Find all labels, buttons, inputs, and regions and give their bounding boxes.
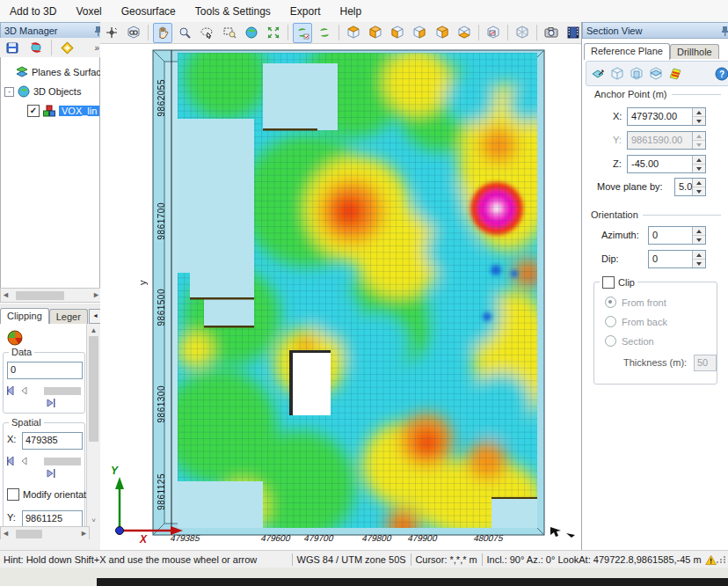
dip-field[interactable]: 0 xyxy=(648,250,706,268)
anchor-z-label: Z: xyxy=(613,158,622,169)
cube-bottom-icon xyxy=(368,26,382,40)
anchor-x-field[interactable]: 479730.00 xyxy=(627,107,706,126)
y-axis-tick: 9861300 xyxy=(157,385,166,422)
lasso-select-button[interactable] xyxy=(197,23,216,43)
view-bottom-button[interactable] xyxy=(366,23,385,43)
tab-clipping[interactable]: Clipping xyxy=(0,308,49,325)
plot-view-button[interactable] xyxy=(484,23,503,43)
menu-voxel[interactable]: Voxel xyxy=(66,1,111,22)
spinner[interactable] xyxy=(692,156,705,172)
status-hint: Hint: Hold down Shift+X and use the mous… xyxy=(0,554,288,565)
pick-button[interactable] xyxy=(102,23,121,43)
scroll-left-icon[interactable]: ◄ xyxy=(2,291,10,299)
cube-back-icon xyxy=(412,26,426,40)
refresh-scene-button[interactable] xyxy=(25,38,47,58)
tree-item-3d-objects[interactable]: - 3D Objects xyxy=(4,84,81,99)
zoom-button[interactable] xyxy=(175,23,194,43)
fit-to-view-button[interactable] xyxy=(264,23,283,43)
radio-icon[interactable] xyxy=(605,297,616,308)
status-camera: Incl.: 90° Az.: 0° LookAt: 479722.8,9861… xyxy=(486,554,701,565)
menu-help[interactable]: Help xyxy=(331,1,372,22)
viewport-3d[interactable]: 9862055 9861700 9861500 9861300 9861125 … xyxy=(100,44,581,550)
tree-hscrollbar[interactable]: ◄ ► xyxy=(0,288,102,303)
tab-reference-plane[interactable]: Reference Plane xyxy=(584,43,670,60)
clip-section-option[interactable]: Section xyxy=(605,335,654,347)
perspective-button[interactable] xyxy=(513,23,532,43)
menu-geosurface[interactable]: Geosurface xyxy=(112,1,186,22)
scroll-left-icon[interactable]: ◄ xyxy=(2,530,10,538)
view-front-button[interactable] xyxy=(388,23,407,43)
scrollbar-thumb[interactable] xyxy=(89,336,98,442)
edit-plane-icon[interactable] xyxy=(591,67,605,81)
spinner[interactable] xyxy=(692,108,705,125)
colored-section-icon[interactable] xyxy=(668,67,682,81)
scroll-right-icon[interactable]: ► xyxy=(92,291,100,299)
warning-icon[interactable] xyxy=(705,553,717,567)
slice-cube-icon[interactable] xyxy=(649,67,663,81)
plane-cube-icon[interactable] xyxy=(610,67,624,81)
clip-from-back-option[interactable]: From back xyxy=(605,316,667,327)
view-right-button[interactable] xyxy=(455,23,474,43)
refresh-view-button[interactable] xyxy=(315,23,334,43)
radio-icon[interactable] xyxy=(605,335,616,347)
scrollbar-thumb[interactable] xyxy=(16,530,42,538)
clip-from-front-option[interactable]: From front xyxy=(605,297,666,308)
anchor-z-field[interactable]: -45.00 xyxy=(627,155,706,173)
spatial-slider[interactable] xyxy=(5,455,83,480)
voxel-heatmap[interactable] xyxy=(178,53,537,528)
add-item-button[interactable] xyxy=(56,38,77,58)
collapse-icon[interactable]: - xyxy=(4,87,14,97)
snapshot-button[interactable] xyxy=(542,23,561,43)
world-extent-button[interactable] xyxy=(242,23,261,43)
auto-refresh-button[interactable] xyxy=(293,23,312,43)
radio-icon[interactable] xyxy=(605,316,616,327)
modify-orientation-row[interactable]: Modify orientat xyxy=(7,488,86,501)
scroll-up-icon[interactable]: ▲ xyxy=(87,324,100,334)
data-value-field[interactable]: 0 xyxy=(7,362,83,379)
scroll-down-icon[interactable]: ˅ xyxy=(87,516,100,524)
menu-add-to-3d[interactable]: Add to 3D xyxy=(0,1,66,22)
pin-icon[interactable] xyxy=(720,26,728,36)
triad-x-label: X xyxy=(140,533,147,546)
modify-orientation-checkbox[interactable] xyxy=(7,488,19,501)
spinner[interactable] xyxy=(692,179,705,195)
tab-drillhole[interactable]: Drillhole xyxy=(670,44,719,59)
clip-sphere-icon[interactable] xyxy=(6,329,24,347)
tree-item-planes-surfaces[interactable]: Planes & Surfac xyxy=(15,64,101,80)
anchor-y-label: Y: xyxy=(613,135,622,145)
toolbar-separator xyxy=(148,25,149,40)
left-panel-filler xyxy=(0,539,100,550)
clip-checkbox[interactable] xyxy=(602,276,615,289)
tab-legend[interactable]: Leger xyxy=(49,309,88,324)
view-back-button[interactable] xyxy=(410,23,429,43)
move-plane-field[interactable]: 5.0 xyxy=(674,178,706,196)
spatial-x-field[interactable]: 479385 xyxy=(22,432,83,450)
link-views-button[interactable] xyxy=(124,23,143,43)
anchor-y-field: 9861590.00 xyxy=(627,131,706,150)
tree-item-voxel[interactable]: ✓ VOX_lin xyxy=(27,103,99,119)
manager-panel-title: 3D Manager xyxy=(4,26,58,36)
menu-export[interactable]: Export xyxy=(280,1,331,22)
clipping-vscrollbar[interactable]: ▲ ˅ xyxy=(86,324,100,540)
voxel-visibility-checkbox[interactable]: ✓ xyxy=(27,105,40,117)
azimuth-field[interactable]: 0 xyxy=(648,226,706,245)
view-left-button[interactable] xyxy=(433,23,452,43)
zoom-window-button[interactable] xyxy=(220,23,239,43)
voxel-cubes-icon xyxy=(42,104,56,118)
scroll-right-icon[interactable]: ► xyxy=(80,530,88,538)
menu-tools-settings[interactable]: Tools & Settings xyxy=(186,1,280,22)
scrollbar-thumb[interactable] xyxy=(16,291,64,300)
spinner[interactable] xyxy=(692,227,705,244)
resize-grip[interactable] xyxy=(717,556,726,563)
plane-in-cube-icon[interactable] xyxy=(630,67,644,81)
tree-item-label-selected: VOX_lin xyxy=(59,106,99,116)
spinner[interactable] xyxy=(692,251,705,267)
pan-button[interactable] xyxy=(153,23,172,43)
help-icon[interactable]: ? xyxy=(715,67,728,81)
spatial-y-field[interactable]: 9861125 xyxy=(22,510,83,528)
data-slider[interactable] xyxy=(5,385,83,409)
view-top-button[interactable] xyxy=(344,23,363,43)
save-scene-button[interactable] xyxy=(2,38,23,58)
record-video-button[interactable] xyxy=(564,23,583,43)
toolbar-separator xyxy=(339,25,339,40)
